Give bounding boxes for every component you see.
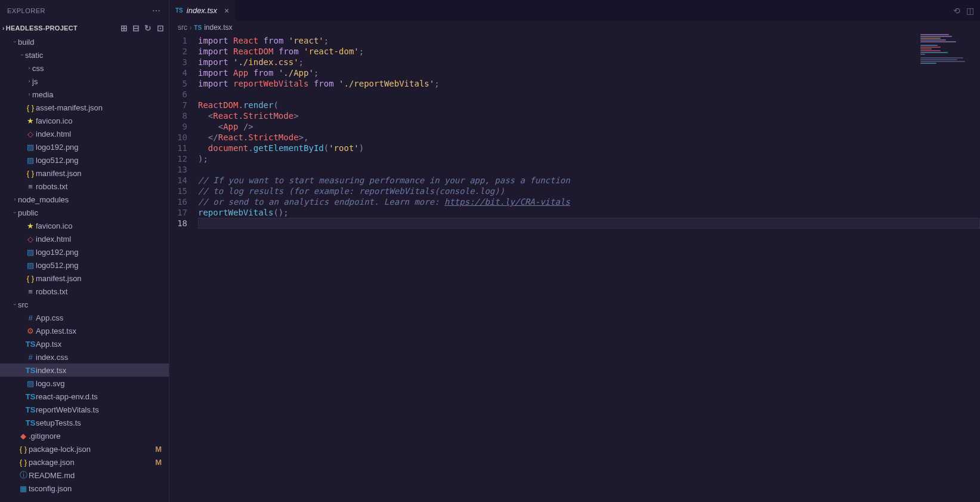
- breadcrumb-root[interactable]: src: [178, 23, 187, 32]
- explorer-title: EXPLORER: [7, 7, 45, 14]
- file-package.json[interactable]: { }package.jsonM: [0, 455, 169, 469]
- folder-css[interactable]: ›css: [0, 61, 169, 75]
- tree-item-label: App.test.tsx: [36, 327, 76, 335]
- tree-item-label: index.html: [36, 130, 71, 138]
- file-App.tsx[interactable]: TSApp.tsx: [0, 337, 169, 350]
- tree-item-label: package-lock.json: [29, 445, 91, 454]
- close-icon[interactable]: ×: [224, 6, 229, 16]
- file-manifest.json[interactable]: { }manifest.json: [0, 272, 169, 285]
- modified-badge: M: [155, 458, 162, 467]
- tree-item-label: manifest.json: [36, 274, 82, 283]
- file-README.md[interactable]: ⓘREADME.md: [0, 469, 169, 482]
- chevron-down-icon: ›: [2, 25, 5, 32]
- file-robots.txt[interactable]: ≡robots.txt: [0, 180, 169, 193]
- file-react-app-env.d.ts[interactable]: TSreact-app-env.d.ts: [0, 390, 169, 403]
- line-gutter: 123456789101112131415161718: [169, 34, 198, 502]
- breadcrumb[interactable]: src › TS index.tsx: [169, 21, 980, 34]
- chevron-icon: ›: [26, 78, 32, 84]
- tree-item-label: media: [32, 90, 53, 99]
- file-App.test.tsx[interactable]: ⚙App.test.tsx: [0, 324, 169, 337]
- code-content[interactable]: import React from 'react';import ReactDO…: [198, 34, 980, 502]
- tree-item-label: css: [32, 64, 44, 73]
- file-.gitignore[interactable]: ◆.gitignore: [0, 429, 169, 442]
- explorer-header: EXPLORER ⋯: [0, 0, 169, 21]
- breadcrumb-file[interactable]: index.tsx: [204, 23, 232, 32]
- refresh-icon[interactable]: ↻: [144, 23, 152, 33]
- file-index.html[interactable]: ◇index.html: [0, 127, 169, 140]
- tree-item-label: favicon.ico: [36, 221, 72, 230]
- chevron-icon: ›: [12, 196, 18, 202]
- tree-item-label: node_modules: [18, 195, 69, 204]
- ts-icon: TS: [175, 7, 183, 14]
- tree-item-label: robots.txt: [36, 182, 67, 191]
- editor-group: TS index.tsx × ⟲ ◫ src › TS index.tsx 12…: [169, 0, 980, 502]
- code-editor[interactable]: 123456789101112131415161718 import React…: [169, 34, 980, 502]
- file-logo192.png[interactable]: ▨logo192.png: [0, 140, 169, 153]
- folder-build[interactable]: ›build: [0, 35, 169, 48]
- explorer-sidebar: EXPLORER ⋯ › HEADLESS-PROJECT ⊞ ⊟ ↻ ⊡ ›b…: [0, 0, 169, 502]
- file-tree[interactable]: ›build›static›css›js›media{ }asset-manif…: [0, 35, 169, 502]
- file-logo.svg[interactable]: ▨logo.svg: [0, 377, 169, 390]
- tree-item-label: logo.svg: [36, 379, 64, 388]
- chevron-icon: ›: [26, 91, 32, 97]
- file-package-lock.json[interactable]: { }package-lock.jsonM: [0, 442, 169, 455]
- file-manifest.json[interactable]: { }manifest.json: [0, 167, 169, 180]
- tree-item-label: robots.txt: [36, 287, 67, 296]
- project-header[interactable]: › HEADLESS-PROJECT ⊞ ⊟ ↻ ⊡: [0, 21, 169, 35]
- folder-public[interactable]: ›public: [0, 206, 169, 219]
- chevron-icon: ›: [12, 301, 18, 307]
- chevron-icon: ›: [12, 210, 18, 215]
- tree-item-label: setupTests.ts: [36, 418, 81, 427]
- tree-item-label: logo192.png: [36, 248, 79, 257]
- tree-item-label: logo192.png: [36, 143, 79, 152]
- file-index.html[interactable]: ◇index.html: [0, 232, 169, 245]
- ts-icon: TS: [194, 24, 202, 31]
- file-favicon.ico[interactable]: ★favicon.ico: [0, 219, 169, 232]
- tree-item-label: index.css: [36, 353, 68, 362]
- file-robots.txt[interactable]: ≡robots.txt: [0, 285, 169, 298]
- folder-media[interactable]: ›media: [0, 88, 169, 101]
- file-logo512.png[interactable]: ▨logo512.png: [0, 153, 169, 167]
- file-logo512.png[interactable]: ▨logo512.png: [0, 258, 169, 272]
- tab-index-tsx[interactable]: TS index.tsx ×: [169, 0, 236, 21]
- folder-js[interactable]: ›js: [0, 75, 169, 88]
- tree-item-label: App.tsx: [36, 340, 61, 349]
- file-asset-manifest.json[interactable]: { }asset-manifest.json: [0, 101, 169, 114]
- folder-static[interactable]: ›static: [0, 48, 169, 61]
- tree-item-label: README.md: [29, 471, 75, 480]
- tree-item-label: react-app-env.d.ts: [36, 392, 98, 401]
- explorer-more-icon[interactable]: ⋯: [152, 6, 162, 16]
- tab-label: index.tsx: [187, 6, 217, 15]
- tree-item-label: static: [25, 51, 43, 60]
- tree-item-label: .gitignore: [29, 432, 60, 441]
- folder-src[interactable]: ›src: [0, 298, 169, 311]
- tree-item-label: package.json: [29, 458, 75, 467]
- tree-item-label: manifest.json: [36, 169, 82, 178]
- tree-item-label: tsconfig.json: [29, 484, 72, 493]
- collapse-icon[interactable]: ⊡: [157, 23, 164, 33]
- file-tsconfig.json[interactable]: ▦tsconfig.json: [0, 482, 169, 495]
- tree-item-label: logo512.png: [36, 261, 79, 270]
- file-logo192.png[interactable]: ▨logo192.png: [0, 245, 169, 258]
- file-reportWebVitals.ts[interactable]: TSreportWebVitals.ts: [0, 403, 169, 416]
- modified-badge: M: [155, 445, 162, 454]
- folder-node_modules[interactable]: ›node_modules: [0, 193, 169, 206]
- tree-item-label: index.tsx: [36, 366, 66, 375]
- new-folder-icon[interactable]: ⊟: [132, 23, 140, 33]
- file-favicon.ico[interactable]: ★favicon.ico: [0, 114, 169, 127]
- compare-icon[interactable]: ⟲: [953, 6, 960, 16]
- file-App.css[interactable]: #App.css: [0, 311, 169, 324]
- tree-item-label: index.html: [36, 235, 71, 244]
- file-index.css[interactable]: #index.css: [0, 350, 169, 364]
- file-setupTests.ts[interactable]: TSsetupTests.ts: [0, 416, 169, 429]
- tab-bar: TS index.tsx × ⟲ ◫: [169, 0, 980, 21]
- project-name: HEADLESS-PROJECT: [6, 24, 78, 32]
- chevron-right-icon: ›: [190, 24, 191, 31]
- file-index.tsx[interactable]: TSindex.tsx: [0, 364, 169, 377]
- tabbar-actions: ⟲ ◫: [953, 0, 980, 21]
- project-actions: ⊞ ⊟ ↻ ⊡: [120, 23, 164, 33]
- tree-item-label: App.css: [36, 313, 63, 322]
- split-editor-icon[interactable]: ◫: [966, 6, 974, 16]
- new-file-icon[interactable]: ⊞: [120, 23, 128, 33]
- tree-item-label: src: [18, 300, 28, 309]
